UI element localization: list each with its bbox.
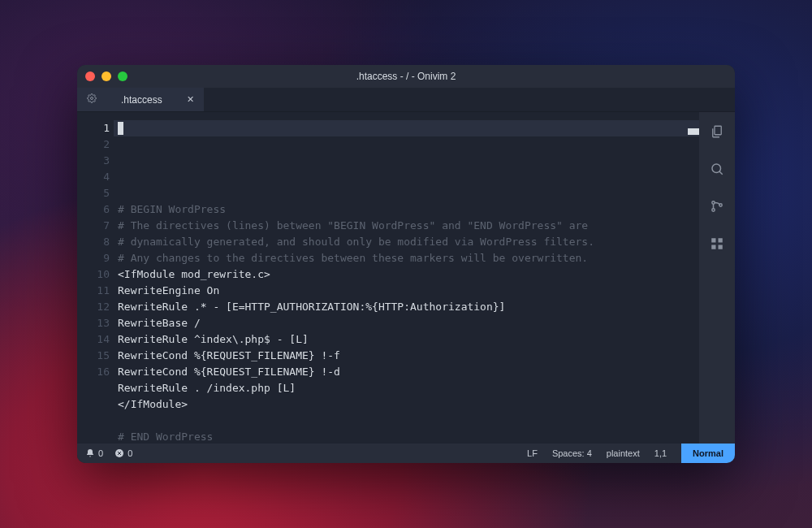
- indentation-indicator[interactable]: Spaces: 4: [552, 448, 592, 458]
- code-line[interactable]: RewriteEngine On: [118, 283, 699, 299]
- vim-mode-indicator[interactable]: Normal: [681, 444, 735, 463]
- code-line[interactable]: # END WordPress: [118, 429, 699, 444]
- line-number: 13: [77, 315, 110, 331]
- minimap-viewport-mark: [688, 128, 699, 135]
- code-line[interactable]: </IfModule>: [118, 396, 699, 413]
- cursor-position-indicator[interactable]: 1,1: [654, 448, 667, 458]
- line-number: 7: [77, 218, 110, 234]
- window-title: .htaccess - / - Onivim 2: [356, 71, 456, 82]
- editor-pane: 12345678910111213141516 # BEGIN WordPres…: [77, 112, 699, 444]
- gear-icon: [87, 93, 97, 106]
- zoom-window-button[interactable]: [118, 71, 127, 81]
- line-number: 8: [77, 234, 110, 250]
- error-icon: [114, 448, 124, 458]
- code-line[interactable]: # dynamically generated, and should only…: [118, 234, 699, 250]
- line-number: 14: [77, 331, 110, 348]
- svg-line-3: [719, 171, 723, 175]
- code-line[interactable]: # The directives (lines) between "BEGIN …: [118, 218, 699, 234]
- errors-indicator[interactable]: 0: [114, 448, 132, 458]
- close-tab-icon[interactable]: ✕: [187, 94, 194, 105]
- code-line[interactable]: RewriteRule . /index.php [L]: [118, 380, 699, 396]
- line-number: 2: [77, 136, 110, 153]
- code-line[interactable]: # Any changes to the directives between …: [118, 250, 699, 266]
- editor-body: 12345678910111213141516 # BEGIN WordPres…: [77, 112, 735, 444]
- code-line[interactable]: RewriteRule .* - [E=HTTP_AUTHORIZATION:%…: [118, 299, 699, 315]
- close-window-button[interactable]: [85, 71, 95, 81]
- code-line[interactable]: [118, 413, 699, 429]
- line-number: 3: [77, 153, 110, 169]
- line-number: 5: [77, 185, 110, 201]
- source-control-icon[interactable]: [709, 198, 725, 214]
- status-bar: 0 0 LF Spaces: 4 plaintext 1,1 Normal: [77, 444, 735, 463]
- svg-point-0: [91, 97, 93, 100]
- bell-icon: [85, 448, 95, 458]
- code-line[interactable]: RewriteCond %{REQUEST_FILENAME} !-f: [118, 348, 699, 364]
- line-number: 12: [77, 299, 110, 315]
- active-line-highlight: [114, 120, 699, 136]
- line-number: 1: [77, 120, 110, 136]
- code-line[interactable]: [118, 185, 699, 201]
- svg-rect-1: [715, 126, 721, 135]
- tab-bar: .htaccess ✕: [77, 88, 735, 112]
- line-ending-indicator[interactable]: LF: [527, 448, 538, 458]
- svg-rect-9: [711, 245, 715, 249]
- svg-point-2: [712, 164, 721, 173]
- svg-point-4: [712, 201, 715, 204]
- language-indicator[interactable]: plaintext: [607, 448, 640, 458]
- tab-htaccess[interactable]: .htaccess ✕: [77, 88, 204, 111]
- line-number: 10: [77, 266, 110, 283]
- svg-rect-8: [719, 238, 723, 242]
- notifications-count: 0: [98, 448, 103, 458]
- code-line[interactable]: RewriteCond %{REQUEST_FILENAME} !-d: [118, 364, 699, 380]
- svg-point-5: [712, 209, 715, 211]
- code-line[interactable]: # BEGIN WordPress: [118, 201, 699, 218]
- titlebar: .htaccess - / - Onivim 2: [77, 65, 735, 88]
- editor-window: .htaccess - / - Onivim 2 .htaccess ✕ 123…: [77, 65, 735, 463]
- notifications-indicator[interactable]: 0: [85, 448, 103, 458]
- search-icon[interactable]: [709, 161, 725, 177]
- svg-rect-10: [719, 245, 723, 249]
- line-number: 9: [77, 250, 110, 266]
- code-editor[interactable]: 12345678910111213141516 # BEGIN WordPres…: [77, 112, 699, 444]
- activity-bar: [699, 112, 735, 444]
- code-line[interactable]: <IfModule mod_rewrite.c>: [118, 266, 699, 283]
- code-area[interactable]: # BEGIN WordPress# The directives (lines…: [118, 120, 699, 444]
- code-line[interactable]: RewriteBase /: [118, 315, 699, 331]
- line-number: 4: [77, 169, 110, 185]
- code-line[interactable]: RewriteRule ^index\.php$ - [L]: [118, 331, 699, 348]
- svg-rect-7: [711, 238, 715, 242]
- line-number: 6: [77, 201, 110, 218]
- line-number: 15: [77, 348, 110, 364]
- text-cursor: [118, 122, 123, 135]
- line-number: 11: [77, 283, 110, 299]
- extensions-icon[interactable]: [709, 236, 725, 252]
- files-icon[interactable]: [709, 123, 725, 140]
- minimize-window-button[interactable]: [102, 71, 111, 81]
- tab-filename: .htaccess: [121, 94, 162, 106]
- line-number-gutter: 12345678910111213141516: [77, 120, 118, 444]
- window-controls: [85, 71, 127, 81]
- line-number: 16: [77, 364, 110, 380]
- errors-count: 0: [127, 448, 132, 458]
